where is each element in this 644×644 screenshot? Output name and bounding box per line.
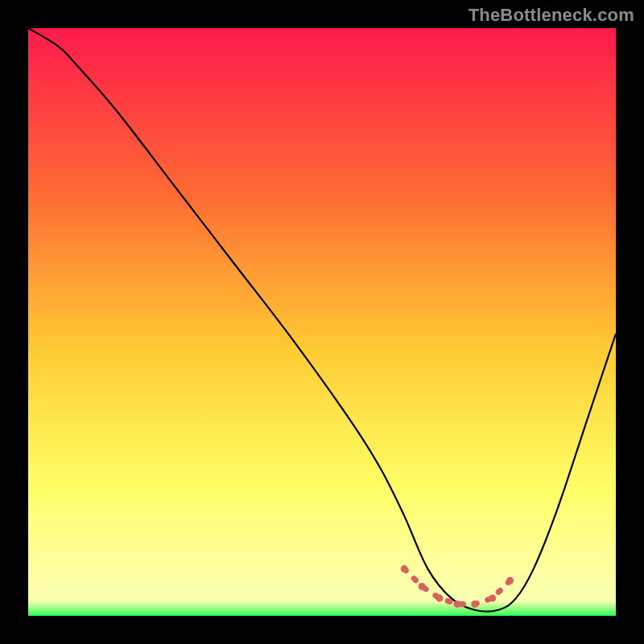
chart-container: TheBottleneck.com bbox=[0, 0, 644, 644]
chart-svg bbox=[28, 28, 616, 616]
marker-dot bbox=[506, 577, 514, 584]
marker-dot bbox=[471, 601, 478, 608]
marker-dot bbox=[419, 583, 426, 590]
marker-dot bbox=[453, 601, 460, 608]
marker-dot bbox=[401, 565, 408, 572]
plot-area bbox=[28, 28, 616, 616]
marker-dot bbox=[436, 595, 444, 602]
watermark-text: TheBottleneck.com bbox=[469, 5, 634, 26]
marker-dot bbox=[489, 595, 496, 602]
gradient-background bbox=[28, 28, 616, 616]
